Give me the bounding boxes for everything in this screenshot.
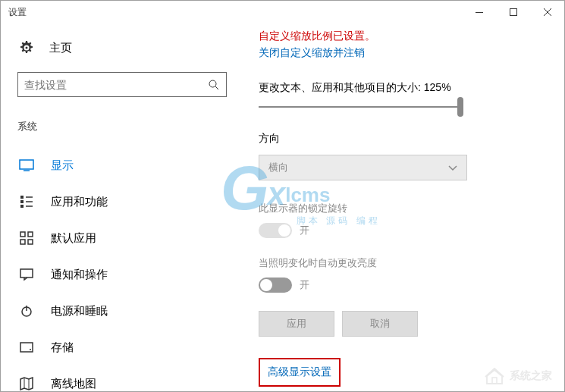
minimize-button[interactable] (462, 1, 496, 24)
svg-point-2 (209, 80, 216, 87)
toggle-state: 开 (300, 278, 309, 292)
scale-slider[interactable] (259, 106, 463, 108)
svg-rect-7 (20, 200, 24, 203)
gear-icon (19, 40, 34, 55)
dropdown-value: 横向 (268, 161, 288, 174)
maps-icon (19, 376, 34, 391)
nav-label: 默认应用 (51, 231, 96, 246)
search-icon[interactable] (202, 73, 226, 96)
settings-window: 设置 主页 (0, 0, 565, 392)
turnoff-scaling-link[interactable]: 关闭自定义缩放并注销 (259, 46, 541, 60)
warning-text: 自定义缩放比例已设置。 (259, 30, 541, 43)
sidebar: 主页 系统 显示 (1, 24, 236, 391)
search-box[interactable] (17, 72, 227, 97)
search-input[interactable] (18, 79, 202, 91)
notifications-icon (19, 267, 34, 282)
window-controls (462, 1, 564, 24)
brightness-label: 当照明变化时自动更改亮度 (259, 256, 541, 270)
svg-rect-1 (510, 9, 516, 16)
nav-label: 离线地图 (51, 377, 96, 391)
svg-rect-15 (28, 240, 33, 244)
button-row: 应用 取消 (259, 311, 541, 337)
svg-rect-14 (20, 240, 25, 244)
chevron-down-icon (448, 161, 457, 174)
nav-item-power[interactable]: 电源和睡眠 (1, 293, 236, 329)
orientation-dropdown[interactable]: 横向 (259, 155, 467, 180)
titlebar: 设置 (1, 1, 564, 24)
nav-label: 电源和睡眠 (51, 304, 108, 318)
home-label: 主页 (49, 41, 72, 55)
advanced-display-settings-link[interactable]: 高级显示设置 (259, 358, 341, 387)
svg-rect-16 (20, 269, 33, 278)
nav-item-storage[interactable]: 存储 (1, 329, 236, 365)
svg-line-3 (215, 86, 218, 89)
home-link[interactable]: 主页 (17, 40, 236, 55)
svg-rect-0 (476, 12, 483, 13)
close-icon (544, 8, 551, 16)
defaults-icon (19, 230, 34, 246)
svg-rect-19 (20, 343, 33, 352)
nav-label: 通知和操作 (51, 268, 108, 282)
close-button[interactable] (530, 1, 564, 24)
brightness-toggle-row: 开 (259, 278, 541, 293)
lock-rotation-label: 此显示器的锁定旋转 (259, 202, 541, 215)
storage-icon (19, 340, 34, 355)
toggle-knob (278, 224, 290, 237)
section-label: 系统 (17, 120, 236, 133)
power-icon (19, 303, 34, 318)
nav-label: 存储 (51, 340, 74, 355)
nav-item-apps[interactable]: 应用和功能 (1, 183, 236, 220)
nav-item-maps[interactable]: 离线地图 (1, 365, 236, 392)
nav-item-notifications[interactable]: 通知和操作 (1, 256, 236, 293)
maximize-button[interactable] (496, 1, 530, 24)
svg-rect-8 (20, 205, 24, 208)
svg-point-20 (30, 349, 31, 350)
svg-rect-13 (28, 232, 33, 237)
scale-label: 更改文本、应用和其他项目的大小: 125% (259, 81, 541, 95)
nav-items: 显示 应用和功能 默认应用 (1, 147, 236, 392)
nav-label: 显示 (51, 158, 74, 173)
apply-button[interactable]: 应用 (259, 311, 334, 337)
nav-label: 应用和功能 (51, 195, 108, 209)
svg-rect-4 (20, 160, 33, 169)
svg-rect-12 (20, 232, 25, 237)
brightness-toggle[interactable] (259, 278, 292, 293)
orientation-title: 方向 (259, 132, 541, 146)
minimize-icon (476, 12, 483, 13)
svg-rect-6 (20, 196, 24, 199)
cancel-button[interactable]: 取消 (342, 311, 418, 337)
content: 主页 系统 显示 (1, 24, 564, 391)
toggle-state: 开 (300, 224, 309, 237)
apps-icon (19, 194, 34, 209)
lock-rotation-toggle-row: 开 (259, 223, 541, 238)
lock-rotation-toggle[interactable] (259, 223, 292, 238)
monitor-icon (19, 158, 34, 173)
main-panel: 自定义缩放比例已设置。 关闭自定义缩放并注销 更改文本、应用和其他项目的大小: … (236, 24, 564, 391)
nav-item-defaults[interactable]: 默认应用 (1, 220, 236, 256)
slider-thumb[interactable] (457, 97, 463, 117)
window-title: 设置 (8, 6, 462, 19)
nav-item-display[interactable]: 显示 (1, 147, 236, 183)
toggle-knob (260, 279, 272, 291)
maximize-icon (510, 8, 517, 16)
